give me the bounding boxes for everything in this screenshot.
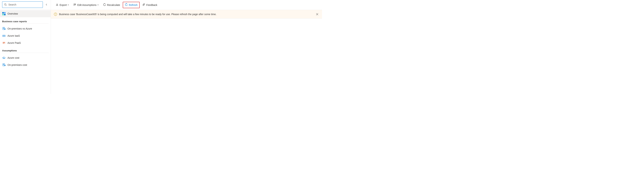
svg-point-11: [4, 36, 5, 36]
sidebar-item-azure-iaas-label: Azure IaaS: [8, 34, 20, 37]
overview-icon: [2, 12, 6, 15]
search-row: [0, 0, 51, 9]
edit-assumptions-label: Edit Assumptions: [77, 3, 96, 6]
azure-iaas-icon: [2, 34, 6, 38]
feedback-button[interactable]: Feedback: [140, 2, 159, 8]
collapse-sidebar-button[interactable]: [44, 2, 48, 7]
feedback-label: Feedback: [146, 3, 157, 6]
svg-rect-17: [3, 64, 4, 64]
svg-rect-19: [3, 65, 4, 65]
feedback-icon: [142, 3, 145, 6]
svg-rect-14: [3, 43, 4, 43]
svg-line-1: [6, 5, 6, 6]
svg-rect-4: [3, 28, 4, 28]
section-header-business-case-reports: Business case reports: [0, 17, 51, 23]
sidebar-item-overview[interactable]: Overview: [0, 10, 51, 17]
svg-rect-16: [3, 64, 5, 66]
doc-blue-icon: [2, 27, 6, 30]
section-header-assumptions: Assumptions: [0, 46, 51, 53]
section-divider-business-case-reports: [2, 23, 48, 24]
on-premises-cost-icon: [2, 63, 6, 67]
svg-rect-3: [3, 28, 4, 28]
recalculate-button[interactable]: Recalculate: [101, 2, 122, 8]
export-label: Export: [60, 3, 67, 6]
toolbar: Export ▾ Edit Assumptions ▾: [51, 0, 322, 10]
search-box[interactable]: [2, 1, 43, 8]
notification-message: Business case 'BusinessCase005' is being…: [59, 13, 314, 16]
svg-point-10: [4, 36, 4, 36]
svg-point-25: [75, 5, 76, 5]
sidebar-item-overview-label: Overview: [8, 12, 18, 15]
refresh-icon: [125, 3, 128, 6]
export-chevron-icon: ▾: [68, 4, 69, 6]
export-button[interactable]: Export ▾: [54, 2, 71, 8]
refresh-label: Refresh: [129, 3, 138, 6]
svg-rect-6: [5, 28, 5, 30]
azure-cost-icon: [2, 56, 6, 60]
edit-assumptions-icon: [73, 3, 76, 6]
azure-paas-icon: [2, 41, 6, 45]
svg-rect-12: [2, 42, 5, 44]
main-content: Export ▾ Edit Assumptions ▾: [51, 0, 322, 94]
search-icon: [4, 3, 7, 6]
refresh-button[interactable]: Refresh: [123, 2, 140, 8]
sidebar-item-azure-cost[interactable]: Azure cost: [0, 54, 51, 61]
sidebar-item-azure-iaas[interactable]: Azure IaaS: [0, 32, 51, 39]
sidebar-item-on-premises-cost-label: On-premises cost: [8, 64, 27, 66]
sidebar-item-on-premises-vs-azure-label: On-premises vs Azure: [8, 27, 32, 30]
edit-assumptions-button[interactable]: Edit Assumptions ▾: [71, 2, 100, 8]
svg-rect-5: [3, 29, 4, 29]
svg-point-9: [3, 36, 4, 36]
notification-warning-icon: [54, 12, 57, 16]
content-area: [51, 18, 322, 94]
svg-rect-18: [3, 65, 4, 65]
sidebar-item-on-premises-cost[interactable]: On-premises cost: [0, 61, 51, 69]
svg-rect-2: [3, 27, 5, 30]
sidebar: Overview Business case reports On-premis…: [0, 0, 51, 94]
edit-assumptions-chevron-icon: ▾: [98, 4, 98, 6]
sidebar-item-on-premises-vs-azure[interactable]: On-premises vs Azure: [0, 25, 51, 32]
svg-point-24: [75, 4, 76, 4]
sidebar-item-azure-paas-label: Azure PaaS: [8, 41, 21, 44]
recalculate-icon: [103, 3, 106, 6]
export-icon: [56, 3, 58, 6]
recalculate-label: Recalculate: [107, 3, 120, 6]
notification-close-button[interactable]: [315, 12, 319, 16]
svg-rect-20: [5, 65, 5, 66]
notification-banner: Business case 'BusinessCase005' is being…: [51, 10, 322, 18]
section-divider-assumptions: [2, 53, 48, 53]
search-input[interactable]: [8, 3, 41, 6]
sidebar-nav: Overview Business case reports On-premis…: [0, 9, 51, 69]
svg-point-30: [55, 14, 56, 15]
svg-rect-13: [3, 42, 5, 43]
sidebar-item-azure-paas[interactable]: Azure PaaS: [0, 39, 51, 46]
sidebar-item-azure-cost-label: Azure cost: [8, 56, 19, 59]
